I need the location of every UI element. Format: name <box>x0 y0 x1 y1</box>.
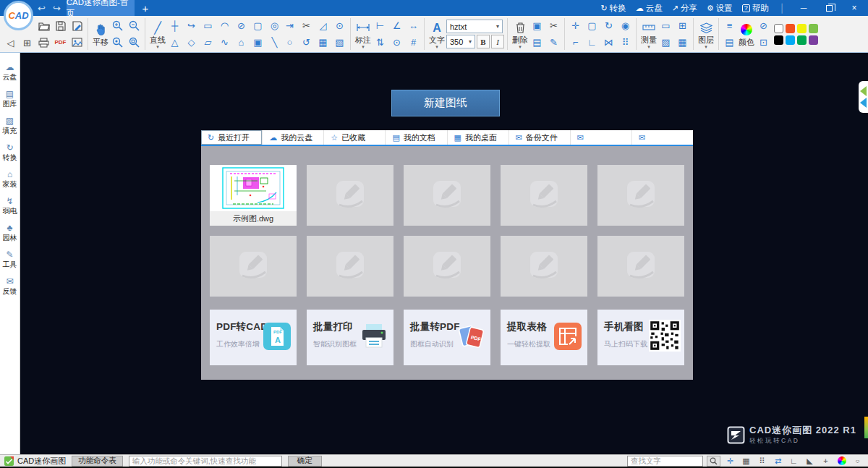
empty-file-slot[interactable] <box>404 165 490 226</box>
crosshair-toggle[interactable]: + <box>820 455 832 467</box>
swatch-white[interactable] <box>774 24 783 33</box>
sidebar-item-tools[interactable]: ✎ 工具 <box>0 247 20 271</box>
font-size-select[interactable]: 350 ▾ <box>446 35 475 48</box>
new-drawing-button[interactable]: 新建图纸 <box>391 90 500 116</box>
box-tool-icon[interactable]: ▢ <box>250 18 265 33</box>
help-button[interactable]: ? 帮助 <box>742 3 769 14</box>
font-select[interactable]: hztxt ▾ <box>446 20 503 33</box>
sidebar-item-convert[interactable]: ↻ 转换 <box>0 140 20 164</box>
tab-extra-2[interactable]: ✉ <box>632 130 693 145</box>
solid-tool-icon[interactable]: ▣ <box>250 35 265 50</box>
sidebar-item-cloud[interactable]: ☁ 云盘 <box>0 60 20 84</box>
swatch-green[interactable] <box>797 35 807 45</box>
tangent-tool-icon[interactable]: ⊙ <box>332 18 347 33</box>
sidebar-item-hatch[interactable]: ▨ 填充 <box>0 114 20 137</box>
table-tool-icon[interactable]: ▦ <box>675 35 690 50</box>
minimize-button[interactable]: ─ <box>796 3 812 13</box>
command-list-button[interactable]: 功能命令表 <box>72 456 123 467</box>
back-icon[interactable]: ↩ <box>38 3 46 14</box>
app-logo[interactable]: CAD <box>4 1 33 30</box>
line-tool[interactable]: ╱ 直线 ▾ <box>148 20 167 48</box>
file-card-sample-drawing[interactable]: 示例图.dwg <box>210 165 297 226</box>
rotate-tool-icon[interactable]: ↻ <box>601 18 616 33</box>
chamfer-tool-icon[interactable]: ◿ <box>315 18 331 33</box>
command-search-input[interactable] <box>129 456 282 467</box>
promo-batch-to-pdf[interactable]: 批量转PDF 图框自动识别 PDF <box>404 310 490 365</box>
select-color-icon[interactable]: ⊡ <box>756 35 771 50</box>
promo-pdf-to-cad[interactable]: PDF转CAD 工作效率倍增 PDF A <box>210 310 297 365</box>
color-wheel-toggle[interactable] <box>835 455 848 467</box>
area-calc-icon[interactable]: ⊞ <box>675 18 690 33</box>
triangle-tool-icon[interactable]: △ <box>167 35 182 50</box>
save-button[interactable] <box>53 18 68 33</box>
paste-icon[interactable]: ▤ <box>529 35 545 50</box>
measure-tool[interactable]: 测量 ▾ <box>639 20 658 48</box>
sidebar-item-home-decor[interactable]: ⌂ 家装 <box>0 167 20 191</box>
empty-file-slot[interactable] <box>501 236 587 297</box>
dimension-tool[interactable]: 标注 ▾ <box>354 20 373 48</box>
promo-batch-print[interactable]: 批量打印 智能识别图框 <box>307 310 393 365</box>
empty-file-slot[interactable] <box>404 236 490 297</box>
zoom-extents-icon[interactable] <box>110 35 125 50</box>
diameter-dim-icon[interactable]: ⊙ <box>389 35 404 50</box>
angular-dim-icon[interactable]: ∠ <box>389 18 404 33</box>
find-text-input[interactable] <box>627 456 703 467</box>
lineweight-icon[interactable]: ≡ <box>722 18 737 33</box>
empty-file-slot[interactable] <box>501 165 587 226</box>
polar-toggle[interactable]: ◣ <box>804 455 816 467</box>
point-tool-icon[interactable]: ┼ <box>167 18 182 33</box>
layout-icon[interactable]: ▭ <box>658 18 673 33</box>
linetype-icon[interactable]: ▤ <box>722 35 737 50</box>
tab-recent[interactable]: ↻ 最近打开 <box>201 130 263 145</box>
crop-tool-icon[interactable]: ⌐ <box>568 35 583 50</box>
snap-toggle[interactable]: ⇄ <box>772 455 784 467</box>
open-file-button[interactable] <box>36 18 51 33</box>
move-tool-icon[interactable]: ✛ <box>568 18 583 33</box>
view-tool-icon[interactable]: ◉ <box>618 18 633 33</box>
array-tool-icon[interactable]: ⠿ <box>618 35 633 50</box>
linear-dim-icon[interactable]: ⊢ <box>373 18 388 33</box>
tab-my-desktop[interactable]: ▦ 我的桌面 <box>448 130 509 145</box>
rectangle-tool-icon[interactable]: ▭ <box>200 18 216 33</box>
delete-tool[interactable]: 删除 ▾ <box>511 20 529 48</box>
scale-tool-icon[interactable]: ▢ <box>584 18 600 33</box>
convert-button[interactable]: ↻ 转换 <box>601 3 626 14</box>
match-properties-icon[interactable]: ⊘ <box>756 18 771 33</box>
promo-mobile-viewer[interactable]: 手机看图 马上扫码下载 <box>597 310 684 365</box>
tab-extra-1[interactable]: ✉ <box>571 130 632 145</box>
revision-cloud-icon[interactable]: ○ <box>282 35 297 50</box>
app-tab[interactable]: CAD迷你画图-首页 <box>67 0 135 16</box>
aligned-dim-icon[interactable]: ↔ <box>406 18 421 33</box>
sidebar-item-feedback[interactable]: ✉ 反馈 <box>0 274 20 298</box>
revolve-tool-icon[interactable]: ↺ <box>299 35 314 50</box>
undo-icon[interactable]: ◁ <box>3 35 18 51</box>
italic-button[interactable]: I <box>491 35 504 48</box>
cut-icon[interactable]: ✂ <box>546 18 561 33</box>
copy-icon[interactable]: ▣ <box>529 18 545 33</box>
search-button[interactable] <box>707 456 720 467</box>
circle-tool-icon[interactable]: ⊘ <box>234 18 249 33</box>
import-icon[interactable]: ⊞ <box>20 35 35 51</box>
sidebar-item-garden[interactable]: ♣ 园林 <box>0 221 20 244</box>
arc-tool-icon[interactable]: ◠ <box>217 18 232 33</box>
spline-tool-icon[interactable]: ∿ <box>217 35 232 50</box>
sidebar-item-gallery[interactable]: ▤ 图库 <box>0 87 20 111</box>
pan-tool[interactable]: 平移 <box>91 22 110 47</box>
swatch-purple[interactable] <box>809 35 818 45</box>
close-button[interactable]: × <box>846 3 862 13</box>
mirror-tool-icon[interactable]: ⋈ <box>601 35 616 50</box>
text-tool[interactable]: A 文字 ▾ <box>427 20 446 48</box>
hatch-tool-icon[interactable]: ▦ <box>315 35 331 50</box>
promo-extract-table[interactable]: 提取表格 一键轻松提取 <box>501 310 587 365</box>
cloud-button[interactable]: ☁ 云盘 <box>636 3 663 14</box>
restore-button[interactable] <box>821 3 837 13</box>
house-shape-tool-icon[interactable]: ⌂ <box>234 35 249 50</box>
tab-my-documents[interactable]: ▤ 我的文档 <box>386 130 447 145</box>
grid-dim-icon[interactable]: # <box>406 35 421 50</box>
sidebar-item-electric[interactable]: ↯ 弱电 <box>0 194 20 218</box>
new-tab-button[interactable]: + <box>139 2 152 14</box>
forward-icon[interactable]: ↪ <box>53 3 61 14</box>
export-image-button[interactable] <box>69 35 85 50</box>
polyline-tool-icon[interactable]: ↪ <box>184 18 199 33</box>
print-button[interactable] <box>36 35 51 50</box>
